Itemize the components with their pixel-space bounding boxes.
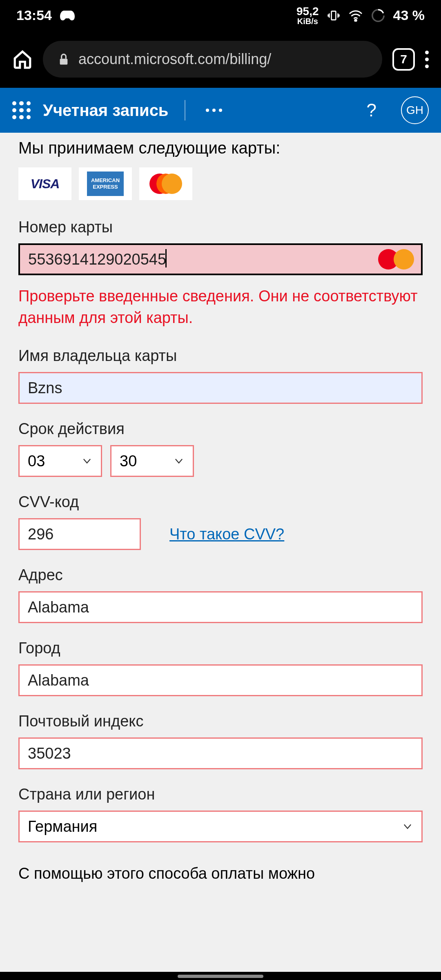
- accepted-cards-heading: Мы принимаем следующие карты:: [18, 133, 423, 167]
- browser-bar: account.microsoft.com/billing/ 7: [0, 31, 441, 88]
- avatar[interactable]: GH: [401, 96, 429, 124]
- chevron-down-icon: [173, 455, 185, 467]
- amex-logo: AMERICAN EXPRESS: [79, 167, 132, 200]
- header-title[interactable]: Учетная запись: [43, 101, 168, 120]
- expiry-month-select[interactable]: 03: [18, 445, 102, 477]
- header-more-icon[interactable]: [206, 109, 222, 112]
- wifi-icon: [348, 9, 363, 22]
- city-input[interactable]: Alabama: [18, 664, 423, 696]
- country-select[interactable]: Германия: [18, 811, 423, 842]
- cardholder-input[interactable]: Bzns: [18, 372, 423, 404]
- mastercard-logo: [139, 167, 192, 200]
- expiry-label: Срок действия: [18, 420, 423, 438]
- postal-label: Почтовый индекс: [18, 713, 423, 730]
- cardholder-label: Имя владельца карты: [18, 347, 423, 365]
- cvv-help-link[interactable]: Что такое CVV?: [169, 526, 284, 543]
- chevron-down-icon: [81, 455, 93, 467]
- cvv-input[interactable]: 296: [18, 518, 141, 550]
- chevron-down-icon: [402, 821, 413, 832]
- ms-header: Учетная запись ? GH: [0, 88, 441, 133]
- mastercard-icon: [377, 248, 415, 271]
- country-label: Страна или регион: [18, 786, 423, 803]
- card-number-label: Номер карты: [18, 218, 423, 236]
- expiry-year-value: 30: [120, 452, 137, 470]
- lock-icon: [57, 52, 70, 67]
- svg-rect-0: [331, 11, 336, 20]
- tab-count-button[interactable]: 7: [392, 48, 415, 71]
- nav-bar: [0, 972, 441, 980]
- divider: [185, 100, 185, 120]
- expiry-month-value: 03: [28, 452, 45, 470]
- svg-rect-2: [60, 59, 68, 65]
- svg-point-1: [354, 19, 356, 21]
- postal-input[interactable]: 35023: [18, 737, 423, 769]
- url-bar[interactable]: account.microsoft.com/billing/: [43, 41, 382, 78]
- page-content: Мы принимаем следующие карты: VISA AMERI…: [0, 133, 441, 882]
- address-label: Адрес: [18, 566, 423, 584]
- gesture-handle[interactable]: [178, 975, 263, 978]
- url-text: account.microsoft.com/billing/: [78, 51, 271, 68]
- game-icon: [59, 9, 76, 22]
- network-speed: 95,2KiB/s: [296, 6, 319, 25]
- battery-loading-icon: [371, 9, 385, 22]
- status-time: 13:54: [16, 7, 52, 23]
- address-input[interactable]: Alabama: [18, 591, 423, 623]
- card-number-error: Проверьте введенные сведения. Они не соо…: [18, 285, 423, 329]
- card-logos-row: VISA AMERICAN EXPRESS: [18, 167, 423, 200]
- app-launcher-icon[interactable]: [12, 101, 31, 120]
- city-label: Город: [18, 639, 423, 657]
- card-number-input[interactable]: 5536914129020545: [18, 243, 423, 275]
- expiry-year-select[interactable]: 30: [110, 445, 194, 477]
- battery-percent: 43 %: [393, 7, 425, 23]
- text-cursor: [165, 249, 167, 267]
- home-icon[interactable]: [12, 49, 33, 69]
- cvv-label: CVV-код: [18, 493, 423, 511]
- footer-text: С помощью этого способа оплаты можно: [18, 865, 423, 882]
- card-number-value: 5536914129020545: [28, 251, 166, 268]
- help-icon[interactable]: ?: [367, 100, 376, 120]
- status-bar: 13:54 95,2KiB/s 43 %: [0, 0, 441, 31]
- browser-menu-icon[interactable]: [425, 51, 429, 68]
- visa-logo: VISA: [18, 167, 71, 200]
- country-value: Германия: [28, 818, 97, 835]
- vibrate-icon: [327, 9, 340, 22]
